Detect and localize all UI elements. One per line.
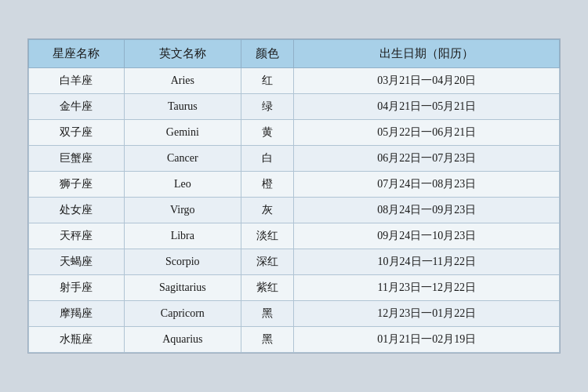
cell-en: Aquarius <box>124 327 241 353</box>
cell-cn: 处女座 <box>29 198 125 223</box>
cell-color: 紫红 <box>241 275 294 301</box>
cell-date: 11月23日一12月22日 <box>294 275 560 301</box>
table-row: 射手座Sagittarius紫红11月23日一12月22日 <box>29 275 560 301</box>
cell-color: 黑 <box>241 327 294 353</box>
table-row: 白羊座Aries红03月21日一04月20日 <box>29 68 560 94</box>
cell-color: 灰 <box>241 198 294 223</box>
cell-color: 淡红 <box>241 223 294 249</box>
cell-date: 09月24日一10月23日 <box>294 223 560 249</box>
cell-color: 白 <box>241 146 294 172</box>
cell-color: 深红 <box>241 249 294 275</box>
table-row: 巨蟹座Cancer白06月22日一07月23日 <box>29 146 560 172</box>
cell-date: 03月21日一04月20日 <box>294 68 560 94</box>
cell-cn: 摩羯座 <box>29 301 125 327</box>
cell-date: 07月24日一08月23日 <box>294 172 560 198</box>
cell-en: Taurus <box>124 94 241 120</box>
cell-cn: 水瓶座 <box>29 327 125 353</box>
cell-cn: 射手座 <box>29 275 125 301</box>
cell-cn: 白羊座 <box>29 68 125 94</box>
cell-cn: 狮子座 <box>29 172 125 198</box>
header-cn: 星座名称 <box>29 40 125 68</box>
cell-color: 橙 <box>241 172 294 198</box>
cell-color: 红 <box>241 68 294 94</box>
table-row: 天秤座Libra淡红09月24日一10月23日 <box>29 223 560 249</box>
cell-date: 05月22日一06月21日 <box>294 120 560 146</box>
cell-date: 12月23日一01月22日 <box>294 301 560 327</box>
cell-en: Capricorn <box>124 301 241 327</box>
cell-en: Cancer <box>124 146 241 172</box>
cell-date: 04月21日一05月21日 <box>294 94 560 120</box>
cell-date: 01月21日一02月19日 <box>294 327 560 353</box>
cell-date: 06月22日一07月23日 <box>294 146 560 172</box>
cell-color: 绿 <box>241 94 294 120</box>
cell-color: 黑 <box>241 301 294 327</box>
cell-en: Scorpio <box>124 249 241 275</box>
cell-cn: 双子座 <box>29 120 125 146</box>
table-row: 水瓶座Aquarius黑01月21日一02月19日 <box>29 327 560 353</box>
cell-color: 黄 <box>241 120 294 146</box>
table-row: 双子座Gemini黄05月22日一06月21日 <box>29 120 560 146</box>
header-date: 出生日期（阳历） <box>294 40 560 68</box>
table-header-row: 星座名称 英文名称 颜色 出生日期（阳历） <box>29 40 560 68</box>
cell-date: 08月24日一09月23日 <box>294 198 560 223</box>
cell-en: Gemini <box>124 120 241 146</box>
table-row: 摩羯座Capricorn黑12月23日一01月22日 <box>29 301 560 327</box>
cell-date: 10月24日一11月22日 <box>294 249 560 275</box>
table-row: 天蝎座Scorpio深红10月24日一11月22日 <box>29 249 560 275</box>
cell-cn: 巨蟹座 <box>29 146 125 172</box>
cell-en: Libra <box>124 223 241 249</box>
table-row: 处女座Virgo灰08月24日一09月23日 <box>29 198 560 223</box>
table-row: 狮子座Leo橙07月24日一08月23日 <box>29 172 560 198</box>
cell-cn: 天蝎座 <box>29 249 125 275</box>
header-en: 英文名称 <box>124 40 241 68</box>
cell-en: Virgo <box>124 198 241 223</box>
cell-cn: 天秤座 <box>29 223 125 249</box>
cell-en: Leo <box>124 172 241 198</box>
cell-en: Sagittarius <box>124 275 241 301</box>
header-color: 颜色 <box>241 40 294 68</box>
cell-en: Aries <box>124 68 241 94</box>
cell-cn: 金牛座 <box>29 94 125 120</box>
table-row: 金牛座Taurus绿04月21日一05月21日 <box>29 94 560 120</box>
zodiac-table: 星座名称 英文名称 颜色 出生日期（阳历） 白羊座Aries红03月21日一04… <box>27 38 561 354</box>
